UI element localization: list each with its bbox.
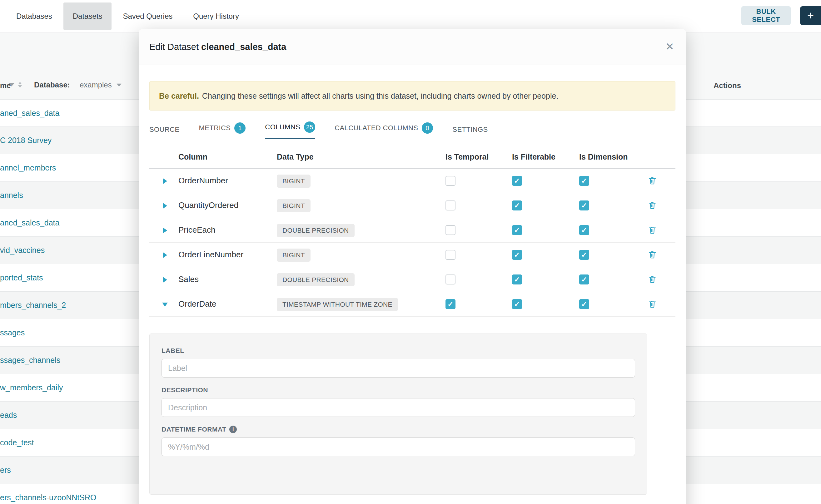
column-name: OrderNumber: [178, 176, 228, 185]
tab-metrics[interactable]: METRICS 1: [199, 122, 246, 139]
column-name: PriceEach: [178, 225, 215, 235]
add-dataset-button[interactable]: +: [800, 6, 821, 25]
columns-table: Column Data Type Is Temporal Is Filterab…: [149, 147, 675, 317]
data-type-pill: DOUBLE PRECISION: [277, 273, 354, 286]
nav-tab-saved-queries[interactable]: Saved Queries: [113, 2, 182, 30]
modal-header: Edit Dataset cleaned_sales_data ✕: [139, 29, 686, 65]
tab-calculated-columns[interactable]: CALCULATED COLUMNS 0: [334, 122, 433, 139]
column-row-expanded: OrderDate TIMESTAMP WITHOUT TIME ZONE: [149, 292, 675, 317]
close-icon[interactable]: ✕: [665, 41, 675, 52]
is-temporal-checkbox[interactable]: [446, 299, 456, 309]
column-name: OrderDate: [178, 299, 216, 309]
dataset-link[interactable]: mbers_channels_2: [0, 301, 66, 310]
dataset-link[interactable]: ers_channels-uzooNNtSRO: [0, 493, 96, 502]
collapse-caret-icon[interactable]: [162, 303, 168, 307]
bulk-select-button[interactable]: BULK SELECT: [741, 6, 791, 25]
expand-caret-icon[interactable]: [163, 277, 167, 283]
modal-tab-bar: SOURCE METRICS 1 COLUMNS 25 CALCULATED C…: [149, 121, 675, 139]
data-type-pill: BIGINT: [277, 175, 310, 188]
modal-body: Be careful. Changing these settings will…: [139, 81, 686, 495]
delete-icon[interactable]: [648, 176, 657, 185]
column-row: OrderNumber BIGINT: [149, 169, 675, 193]
dataset-link[interactable]: ssages_channels: [0, 356, 60, 365]
dataset-link[interactable]: aned_sales_data: [0, 109, 59, 118]
nav-tab-datasets[interactable]: Datasets: [63, 2, 112, 30]
nav-tab-query-history[interactable]: Query History: [184, 2, 248, 30]
expand-caret-icon[interactable]: [163, 228, 167, 233]
tab-settings[interactable]: SETTINGS: [453, 126, 488, 139]
column-name: OrderLineNumber: [178, 250, 243, 259]
dataset-link[interactable]: annel_members: [0, 163, 56, 172]
is-filterable-checkbox[interactable]: [512, 176, 522, 186]
name-column-header[interactable]: me: [0, 81, 11, 90]
sort-icon[interactable]: [18, 82, 22, 88]
delete-icon[interactable]: [648, 225, 657, 235]
column-name: QuantityOrdered: [178, 200, 238, 210]
calculated-columns-count-badge: 0: [422, 122, 433, 134]
datetime-format-label-text: DATETIME FORMAT: [161, 426, 226, 433]
is-dimension-checkbox[interactable]: [579, 250, 589, 260]
is-dimension-checkbox[interactable]: [579, 274, 589, 284]
actions-column-header: Actions: [714, 81, 741, 90]
data-type-header: Data Type: [277, 152, 314, 161]
delete-icon[interactable]: [648, 299, 657, 309]
is-filterable-checkbox[interactable]: [512, 250, 522, 260]
is-temporal-checkbox[interactable]: [446, 274, 456, 284]
is-filterable-checkbox[interactable]: [512, 274, 522, 284]
columns-table-header: Column Data Type Is Temporal Is Filterab…: [149, 147, 675, 169]
expand-caret-icon[interactable]: [163, 252, 167, 258]
is-dimension-checkbox[interactable]: [579, 225, 589, 235]
is-temporal-checkbox[interactable]: [446, 225, 456, 235]
column-detail-panel: LABEL DESCRIPTION DATETIME FORMAT i: [149, 334, 647, 495]
is-temporal-checkbox[interactable]: [446, 176, 456, 186]
description-input[interactable]: [161, 398, 635, 417]
dataset-link[interactable]: ers: [0, 466, 11, 475]
delete-icon[interactable]: [648, 201, 657, 210]
dataset-link[interactable]: annels: [0, 191, 23, 200]
is-temporal-checkbox[interactable]: [446, 200, 456, 210]
nav-tab-databases[interactable]: Databases: [7, 2, 62, 30]
dataset-link[interactable]: C 2018 Survey: [0, 136, 52, 145]
column-row: QuantityOrdered BIGINT: [149, 193, 675, 218]
tab-columns[interactable]: COLUMNS 25: [265, 121, 315, 139]
dataset-link[interactable]: code_test: [0, 438, 34, 447]
data-type-pill: BIGINT: [277, 249, 310, 262]
dataset-link[interactable]: eads: [0, 411, 17, 420]
sort-ascending-icon: [18, 82, 22, 84]
modal-title-prefix: Edit Dataset: [149, 42, 201, 52]
edit-dataset-modal: Edit Dataset cleaned_sales_data ✕ Be car…: [139, 29, 686, 504]
tab-source[interactable]: SOURCE: [149, 126, 180, 139]
label-field-label: LABEL: [161, 347, 635, 354]
label-input[interactable]: [161, 359, 635, 378]
delete-icon[interactable]: [648, 250, 657, 259]
dataset-link[interactable]: vid_vaccines: [0, 246, 45, 255]
is-dimension-checkbox[interactable]: [579, 176, 589, 186]
is-temporal-checkbox[interactable]: [446, 250, 456, 260]
is-filterable-header: Is Filterable: [512, 152, 556, 161]
column-name: Sales: [178, 274, 199, 284]
is-filterable-checkbox[interactable]: [512, 299, 522, 309]
data-type-pill: TIMESTAMP WITHOUT TIME ZONE: [277, 298, 398, 311]
expand-caret-icon[interactable]: [163, 178, 167, 184]
column-row: OrderLineNumber BIGINT: [149, 243, 675, 267]
expand-caret-icon[interactable]: [163, 203, 167, 209]
is-filterable-checkbox[interactable]: [512, 225, 522, 235]
data-type-pill: BIGINT: [277, 199, 310, 212]
is-dimension-header: Is Dimension: [579, 152, 628, 161]
tab-metrics-label: METRICS: [199, 124, 231, 132]
nav-tab-list: Databases Datasets Saved Queries Query H…: [0, 0, 250, 32]
plus-icon: +: [807, 9, 814, 22]
is-dimension-checkbox[interactable]: [579, 200, 589, 210]
is-dimension-checkbox[interactable]: [579, 299, 589, 309]
datetime-format-input[interactable]: [161, 437, 635, 456]
dataset-link[interactable]: aned_sales_data: [0, 218, 59, 227]
is-filterable-checkbox[interactable]: [512, 200, 522, 210]
dataset-link[interactable]: w_members_daily: [0, 383, 63, 392]
dataset-link[interactable]: ported_stats: [0, 273, 43, 282]
dataset-link[interactable]: ssages: [0, 328, 25, 337]
label-field-label-text: LABEL: [161, 347, 184, 354]
column-row: Sales DOUBLE PRECISION: [149, 267, 675, 292]
info-icon[interactable]: i: [229, 426, 237, 433]
delete-icon[interactable]: [648, 275, 657, 284]
tab-settings-label: SETTINGS: [453, 126, 488, 134]
